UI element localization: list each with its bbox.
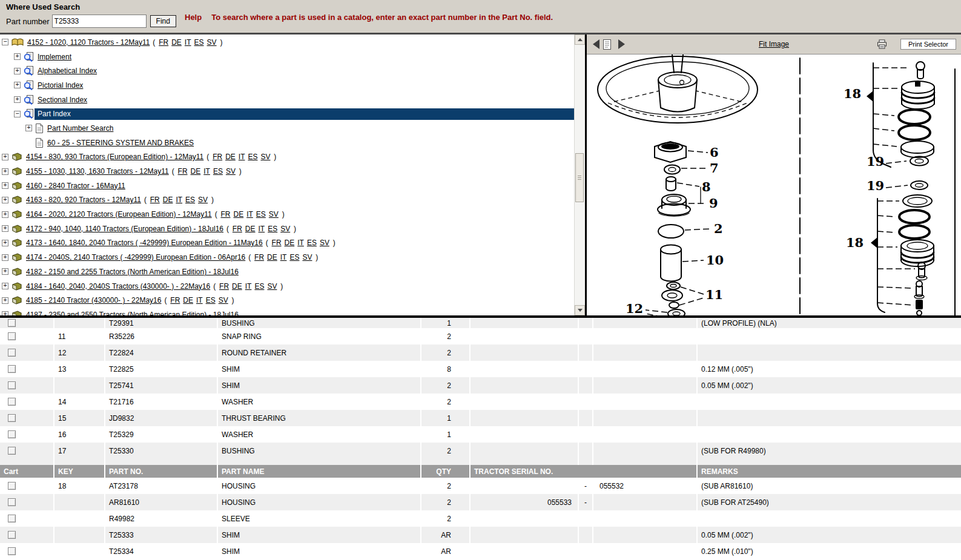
scroll-up-button[interactable]: [575, 35, 585, 45]
lang-link-fr[interactable]: FR: [219, 282, 229, 291]
expand-toggle[interactable]: +: [2, 311, 8, 315]
printer-icon[interactable]: [877, 39, 887, 49]
expand-toggle[interactable]: +: [2, 197, 8, 203]
cart-checkbox[interactable]: [8, 365, 16, 373]
tree-item-link[interactable]: Implement: [38, 53, 71, 61]
tree-item-link[interactable]: 4163 - 820, 920 Tractors - 12May11: [26, 196, 141, 204]
tree-item-link[interactable]: 4154 - 830, 930 Tractors (European Editi…: [26, 153, 203, 161]
lang-link-fr[interactable]: FR: [150, 196, 160, 204]
lang-link-sv[interactable]: SV: [320, 239, 329, 247]
expand-toggle[interactable]: +: [14, 96, 21, 103]
lang-link-fr[interactable]: FR: [178, 167, 188, 176]
lang-link-de[interactable]: DE: [163, 196, 173, 204]
lang-link-de[interactable]: DE: [245, 225, 256, 233]
tree-item-link[interactable]: 60 - 25 - STEERING SYSTEM AND BRAKES: [47, 139, 194, 147]
expand-toggle[interactable]: +: [2, 240, 8, 246]
lang-link-it[interactable]: IT: [245, 282, 252, 291]
lang-link-it[interactable]: IT: [176, 196, 182, 204]
expand-toggle[interactable]: +: [2, 211, 8, 218]
lang-link-sv[interactable]: SV: [269, 210, 279, 219]
lang-link-sv[interactable]: SV: [207, 38, 217, 47]
expand-toggle[interactable]: +: [14, 53, 21, 60]
lang-link-es[interactable]: ES: [185, 196, 195, 204]
expand-toggle[interactable]: +: [2, 154, 8, 160]
lang-link-de[interactable]: DE: [171, 38, 182, 47]
lang-link-de[interactable]: DE: [183, 296, 193, 305]
tree-item-link[interactable]: 4182 - 2150 and 2255 Tractors (North Ame…: [26, 268, 239, 276]
cart-checkbox[interactable]: [8, 414, 16, 422]
lang-link-sv[interactable]: SV: [219, 296, 228, 305]
next-page-icon[interactable]: [618, 39, 625, 49]
cart-checkbox[interactable]: [8, 332, 16, 340]
tree-item-link[interactable]: Part Index: [38, 110, 71, 118]
lang-link-de[interactable]: DE: [267, 253, 277, 262]
lang-link-it[interactable]: IT: [259, 225, 265, 233]
expand-toggle[interactable]: +: [2, 283, 8, 289]
lang-link-es[interactable]: ES: [268, 225, 277, 233]
lang-link-it[interactable]: IT: [185, 38, 191, 47]
lang-link-es[interactable]: ES: [254, 282, 264, 291]
lang-link-sv[interactable]: SV: [280, 225, 290, 233]
cart-checkbox[interactable]: [8, 515, 16, 522]
tree-item-link[interactable]: 4164 - 2020, 2120 Tractors (European Edi…: [26, 210, 212, 219]
scroll-down-button[interactable]: [575, 305, 585, 315]
cart-checkbox[interactable]: [8, 447, 16, 455]
cart-checkbox[interactable]: [8, 349, 16, 357]
lang-link-sv[interactable]: SV: [302, 253, 312, 262]
tree-item-link[interactable]: 4152 - 1020, 1120 Tractors - 12May11: [27, 38, 150, 47]
collapse-toggle[interactable]: −: [14, 111, 21, 117]
expand-toggle[interactable]: +: [25, 125, 32, 131]
cart-checkbox[interactable]: [8, 430, 16, 438]
lang-link-fr[interactable]: FR: [170, 296, 180, 305]
tree-item-link[interactable]: Sectional Index: [38, 96, 87, 104]
expand-toggle[interactable]: +: [2, 225, 8, 232]
lang-link-es[interactable]: ES: [256, 210, 266, 219]
lang-link-sv[interactable]: SV: [198, 196, 208, 204]
tree-item-link[interactable]: 4184 - 1640, 2040, 2040S Tractors (43000…: [26, 282, 210, 291]
expand-toggle[interactable]: +: [2, 268, 8, 275]
lang-link-it[interactable]: IT: [297, 239, 304, 247]
lang-link-sv[interactable]: SV: [267, 282, 277, 291]
cart-checkbox[interactable]: [8, 319, 16, 327]
tree-item-link[interactable]: 4155 - 1030, 1130, 1630 Tractors - 12May…: [26, 167, 169, 176]
lang-link-de[interactable]: DE: [191, 167, 201, 176]
lang-link-es[interactable]: ES: [194, 38, 204, 47]
lang-link-fr[interactable]: FR: [272, 239, 282, 247]
lang-link-fr[interactable]: FR: [254, 253, 264, 262]
lang-link-it[interactable]: IT: [203, 167, 210, 176]
lang-link-it[interactable]: IT: [196, 296, 203, 305]
collapse-toggle[interactable]: −: [2, 39, 8, 45]
cart-checkbox[interactable]: [8, 398, 16, 406]
tree-item-link[interactable]: 4172 - 940, 1040, 1140 Tractors (Europea…: [26, 225, 223, 233]
lang-link-de[interactable]: DE: [225, 153, 236, 161]
lang-link-fr[interactable]: FR: [159, 38, 168, 47]
lang-link-it[interactable]: IT: [280, 253, 287, 262]
cart-checkbox[interactable]: [8, 482, 16, 490]
lang-link-es[interactable]: ES: [213, 167, 223, 176]
lang-link-de[interactable]: DE: [232, 282, 242, 291]
tree-scrollbar[interactable]: [574, 35, 585, 315]
tree-item-link[interactable]: 4185 - 2140 Tractor (430000- ) - 22May16: [26, 296, 161, 305]
cart-checkbox[interactable]: [8, 531, 16, 539]
lang-link-es[interactable]: ES: [206, 296, 216, 305]
lang-link-fr[interactable]: FR: [233, 225, 242, 233]
print-selector-button[interactable]: Print Selector: [900, 39, 956, 50]
lang-link-it[interactable]: IT: [246, 210, 253, 219]
tree-item-link[interactable]: 4160 - 2840 Tractor - 16May11: [26, 182, 125, 190]
find-button[interactable]: Find: [150, 15, 176, 27]
expand-toggle[interactable]: +: [2, 297, 8, 304]
scroll-thumb[interactable]: [575, 153, 584, 202]
tree-item-link[interactable]: 4174 - 2040S, 2140 Tractors ( -429999) E…: [26, 253, 245, 262]
expand-toggle[interactable]: +: [2, 168, 8, 175]
lang-link-de[interactable]: DE: [233, 210, 243, 219]
lang-link-sv[interactable]: SV: [226, 167, 236, 176]
lang-link-de[interactable]: DE: [285, 239, 295, 247]
lang-link-sv[interactable]: SV: [260, 153, 270, 161]
lang-link-it[interactable]: IT: [239, 153, 245, 161]
fit-image-link[interactable]: Fit Image: [759, 40, 789, 48]
lang-link-es[interactable]: ES: [307, 239, 317, 247]
cart-checkbox[interactable]: [8, 547, 16, 555]
page-icon[interactable]: [603, 39, 611, 50]
part-number-input[interactable]: [52, 15, 147, 28]
tree-item-link[interactable]: Alphabetical Index: [38, 67, 97, 75]
